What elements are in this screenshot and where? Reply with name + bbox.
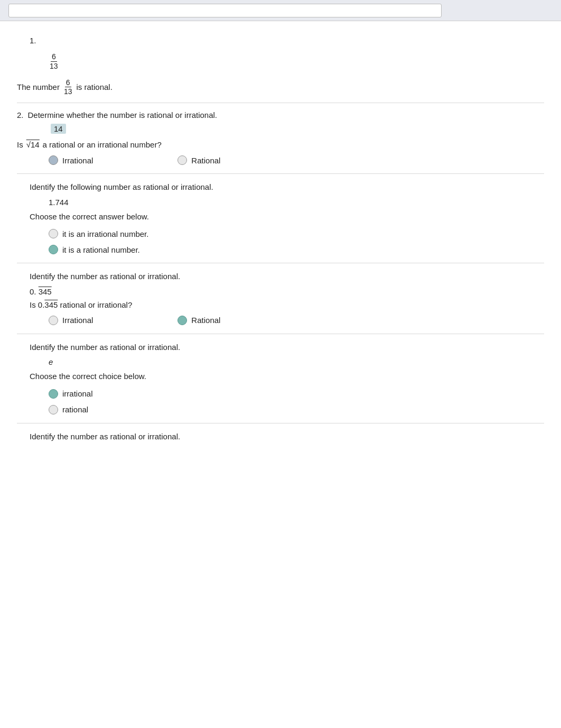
q4-label-rational: Rational [191, 316, 220, 325]
q2-is-label: Is [17, 140, 23, 149]
q3-radio-b[interactable] [49, 245, 58, 254]
q2-options-row: Irrational Rational [49, 153, 544, 167]
q4-question-sentence: Is 0.345 rational or irrational? [30, 300, 544, 309]
q2-number-display-row: 14 [49, 124, 544, 134]
q1-fraction-numer: 6 [51, 52, 57, 62]
q1-fraction-standalone: 6 13 [49, 52, 59, 71]
q4-overline-345: 345 [39, 287, 52, 296]
q2-option-rational[interactable]: Rational [177, 155, 220, 165]
q3-options: it is an irrational number. it is a rati… [49, 227, 544, 256]
q6-intro: Identify the number as rational or irrat… [30, 431, 544, 443]
q5-label-b: rational [62, 405, 88, 414]
question-1-block: 1. 6 13 The number 6 13 is rational. [17, 30, 544, 103]
question-4-block: Identify the number as rational or irrat… [17, 263, 544, 334]
question-1-number: 1. [30, 36, 544, 45]
question-3-block: Identify the following number as rationa… [17, 174, 544, 263]
q2-number-value: 14 [54, 124, 63, 133]
q4-number-text: 0. 345 [30, 287, 52, 296]
q1-inline-numer: 6 [65, 78, 71, 88]
q4-label-irrational: Irrational [62, 316, 93, 325]
q2-intro: Determine whether the number is rational… [28, 110, 218, 119]
q1-fraction-inline: 6 13 [63, 78, 73, 97]
q2-option-irrational[interactable]: Irrational [49, 155, 93, 165]
q1-sentence-row: The number 6 13 is rational. [17, 78, 544, 97]
q2-radio-irrational[interactable] [49, 155, 58, 165]
q2-label-rational: Rational [191, 156, 220, 165]
question-5-block: Identify the number as rational or irrat… [17, 334, 544, 423]
q4-option-rational[interactable]: Rational [177, 316, 220, 325]
q4-radio-irrational[interactable] [49, 316, 58, 325]
q5-number-display: e [49, 357, 544, 366]
q5-label-a: irrational [62, 389, 93, 398]
q5-radio-b[interactable] [49, 405, 58, 414]
q2-number-box: 14 [51, 124, 66, 134]
q5-option-a[interactable]: irrational [49, 389, 544, 399]
q5-intro: Identify the number as rational or irrat… [30, 342, 544, 354]
q3-intro: Identify the following number as rationa… [30, 181, 544, 193]
question-6-block: Identify the number as rational or irrat… [17, 423, 544, 454]
q4-radio-rational[interactable] [177, 316, 187, 325]
q5-options: irrational rational [49, 387, 544, 417]
q3-option-b[interactable]: it is a rational number. [49, 245, 544, 254]
q3-radio-a[interactable] [49, 229, 58, 238]
q4-question-text: Is 0.345 rational or irrational? [30, 300, 132, 309]
q2-header-row: 2. Determine whether the number is ratio… [17, 110, 544, 119]
q3-label-b: it is a rational number. [62, 245, 140, 254]
search-input[interactable] [8, 4, 442, 17]
content-area: 1. 6 13 The number 6 13 is rational. 2. … [0, 21, 561, 462]
q2-label-irrational: Irrational [62, 156, 93, 165]
q5-sub-question: Choose the correct choice below. [30, 371, 544, 383]
q3-label-a: it is an irrational number. [62, 229, 148, 238]
q2-question-row: Is √14 a rational or an irrational numbe… [17, 140, 544, 149]
q3-option-a[interactable]: it is an irrational number. [49, 229, 544, 238]
q2-sqrt-display: √14 [26, 140, 40, 149]
q4-number-display: 0. 345 [30, 287, 544, 296]
q4-options-row: Irrational Rational [49, 314, 544, 327]
q1-fraction-denom: 13 [49, 62, 59, 71]
q4-intro: Identify the number as rational or irrat… [30, 271, 544, 283]
q5-radio-a[interactable] [49, 389, 58, 399]
question-2-block: 2. Determine whether the number is ratio… [17, 103, 544, 174]
q4-option-irrational[interactable]: Irrational [49, 316, 93, 325]
q2-question-suffix: a rational or an irrational number? [43, 140, 162, 149]
top-bar [0, 0, 561, 21]
q3-sub-question: Choose the correct answer below. [30, 211, 544, 223]
q1-sentence-prefix: The number [17, 82, 60, 91]
q5-option-b[interactable]: rational [49, 405, 544, 414]
q2-number: 2. [17, 110, 24, 119]
q3-number-display: 1.744 [49, 198, 544, 207]
q1-sentence-middle: is rational. [76, 82, 112, 91]
q2-radio-rational[interactable] [177, 155, 187, 165]
q1-inline-denom: 13 [63, 87, 73, 96]
